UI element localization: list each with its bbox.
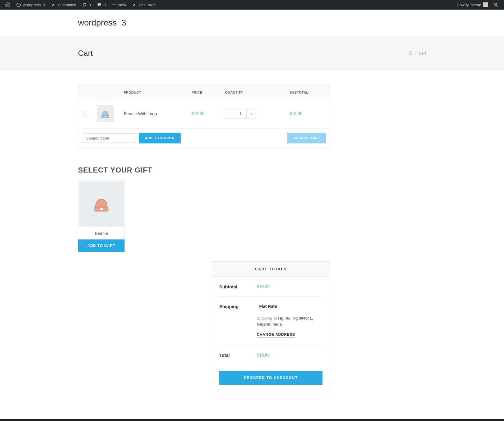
th-price: PRICE [188,86,221,99]
breadcrumb: › Cart [409,51,426,56]
admin-site-name[interactable]: wordpress_3 [13,0,48,10]
admin-comments[interactable]: 0 [94,0,109,10]
admin-comments-count: 0 [104,3,106,7]
beanie-icon [89,192,113,216]
admin-site-name-label: wordpress_3 [23,3,45,7]
breadcrumb-home[interactable] [409,51,412,56]
cart-totals-header: CART TOTALS [212,262,330,277]
coupon-input[interactable] [82,133,136,143]
remove-item-button[interactable]: × [82,110,88,117]
product-name[interactable]: Beanie With Logo [124,111,157,116]
th-product: PRODUCT [120,86,188,99]
product-price: $18.00 [191,111,204,116]
admin-user-menu[interactable]: Howdy, ocean [454,0,491,10]
total-value: $18.00 [257,353,322,358]
site-title[interactable]: wordpress_3 [78,18,426,28]
comment-icon [97,2,102,7]
search-icon [494,2,499,7]
admin-customize-label: Customize [58,3,76,7]
admin-updates[interactable]: 3 [79,0,94,10]
wordpress-icon [5,2,10,7]
quantity-stepper: - + [225,109,256,119]
admin-edit-page[interactable]: Edit Page [129,0,158,10]
brush-icon [51,2,56,7]
admin-customize[interactable]: Customize [48,0,79,10]
update-icon [82,2,87,7]
admin-howdy-label: Howdy, ocean [457,3,481,7]
shipping-method: Flat Rate [257,304,322,309]
admin-new[interactable]: New [109,0,129,10]
change-address-link[interactable]: CHANGE ADDRESS [257,332,295,338]
pencil-icon [132,2,137,7]
admin-updates-count: 3 [89,3,91,7]
breadcrumb-current: Cart [418,51,426,56]
gift-product-image[interactable] [78,181,124,227]
breadcrumb-sep: › [415,51,416,56]
site-footer: Copyright - OceanWP Theme by OceanWP [0,419,504,421]
subtotal-value: $18.00 [257,284,322,289]
wp-admin-bar: wordpress_3 Customize 3 0 New [0,0,504,10]
page-header: Cart › Cart [0,36,504,71]
shipping-destination: Shipping To Hg, Xc, Hg 394041, Gujarat, … [257,315,322,327]
beanie-icon [99,107,112,120]
apply-coupon-button[interactable]: APPLY COUPON [139,133,181,143]
gift-card: Beanie ADD TO CART [78,180,125,252]
dashboard-icon [16,2,21,7]
cart-totals: CART TOTALS Subtotal $18.00 Shipping Fla… [212,261,330,392]
gift-product-name[interactable]: Beanie [78,227,124,239]
product-subtotal: $18.00 [290,111,302,116]
shipping-label: Shipping [219,304,257,338]
th-subtotal: SUBTOTAL [286,86,330,99]
close-icon: × [84,112,86,116]
proceed-to-checkout-button[interactable]: PROCEED TO CHECKOUT [219,371,322,385]
th-quantity: QUANTITY [221,86,286,99]
update-cart-button[interactable]: UPDATE CART [287,133,326,143]
plus-icon [112,2,116,7]
svg-rect-6 [100,208,103,210]
svg-rect-4 [104,116,106,117]
product-thumbnail[interactable] [97,105,114,122]
admin-new-label: New [118,3,126,7]
wp-logo[interactable] [2,0,13,10]
qty-input[interactable] [235,109,246,119]
gift-add-to-cart-button[interactable]: ADD TO CART [78,239,124,252]
qty-decrease-button[interactable]: - [225,109,235,119]
admin-edit-page-label: Edit Page [139,3,155,7]
page-title: Cart [78,49,93,58]
total-label: Total [219,353,257,358]
qty-increase-button[interactable]: + [246,109,256,119]
admin-search[interactable] [491,0,502,10]
svg-point-2 [494,3,497,5]
cart-row: × Beanie With [78,99,330,128]
gift-title: SELECT YOUR GIFT [78,166,330,174]
cart-table: PRODUCT PRICE QUANTITY SUBTOTAL × [78,86,330,148]
gift-section: SELECT YOUR GIFT Beanie ADD TO CART [78,166,330,252]
svg-point-0 [6,3,10,7]
avatar [483,2,488,7]
home-icon [409,51,412,56]
subtotal-label: Subtotal [219,284,257,289]
